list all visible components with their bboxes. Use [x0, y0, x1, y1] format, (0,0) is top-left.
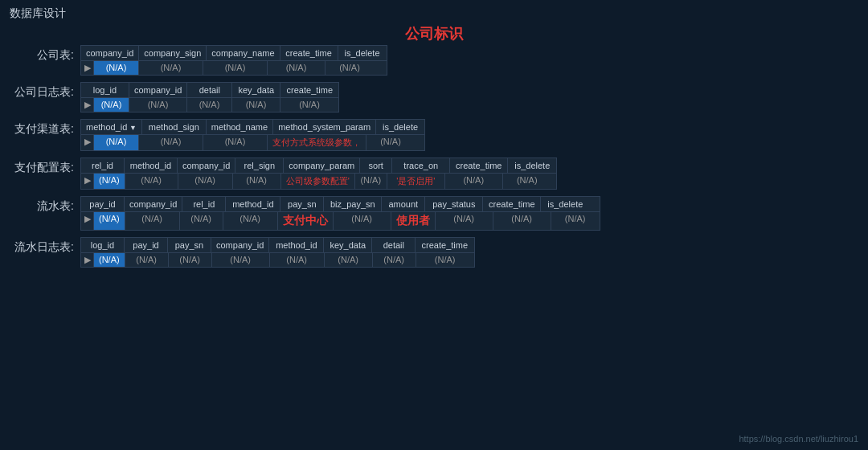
flow-table-row: 流水表: pay_id company_id rel_id method_id …: [8, 196, 860, 231]
flow-table-label: 流水表:: [8, 196, 80, 214]
flow-log-header: log_id pay_id pay_sn company_id method_i…: [81, 238, 474, 253]
arrow-cell: ▶: [81, 98, 94, 112]
col-pay_sn: pay_sn: [280, 197, 324, 211]
cell-pay_id: (N/A): [125, 253, 169, 267]
cell-company_name: (N/A): [203, 61, 268, 75]
cell-amount: 使用者: [391, 212, 436, 230]
cell-method_name: (N/A): [203, 135, 268, 150]
col-company_id: company_id: [125, 197, 182, 211]
flow-table-header: pay_id company_id rel_id method_id pay_s…: [81, 197, 600, 212]
col-is_delete: is_delete: [338, 46, 387, 60]
cell-company_id: (N/A): [125, 212, 180, 230]
cell-pay_sn: (N/A): [169, 253, 212, 267]
cell-log_id: (N/A): [94, 98, 129, 112]
cell-method_id: (N/A): [94, 135, 139, 150]
company-log-table-row: 公司日志表: log_id company_id detail key_data…: [8, 82, 860, 112]
col-is_delete: is_delete: [541, 197, 589, 211]
payment-config-table-row: 支付配置表: rel_id method_id company_id rel_s…: [8, 158, 860, 190]
cell-pay_id: (N/A): [94, 212, 125, 230]
cell-company_sign: (N/A): [139, 61, 203, 75]
company-table-label: 公司表:: [8, 45, 80, 63]
cell-method_id: (N/A): [270, 253, 325, 267]
arrow-cell: ▶: [81, 135, 94, 150]
col-create_time: create_time: [280, 83, 338, 97]
col-company_id: company_id: [211, 238, 269, 252]
payment-channel-table-row: 支付渠道表: method_id method_sign method_name…: [8, 119, 860, 151]
arrow-cell: ▶: [81, 174, 94, 189]
col-create_time: create_time: [280, 46, 338, 60]
col-is_delete: is_delete: [508, 158, 556, 173]
flow-table-wrapper: pay_id company_id rel_id method_id pay_s…: [80, 196, 600, 231]
col-rel_id: rel_id: [182, 197, 226, 211]
col-method_id: method_id: [226, 197, 280, 211]
col-company_sign: company_sign: [139, 46, 207, 60]
col-company_param: company_param: [284, 158, 360, 173]
col-log_id: log_id: [81, 238, 125, 252]
cell-create_time: (N/A): [280, 98, 338, 112]
cell-trace_on: '是否启用': [387, 174, 445, 189]
cell-company_id: (N/A): [129, 98, 187, 112]
col-company_id: company_id: [81, 46, 139, 60]
col-method_id: method_id: [269, 238, 324, 252]
payment-channel-header: method_id method_sign method_name method…: [81, 120, 424, 135]
cell-is_delete: (N/A): [366, 135, 415, 150]
col-company_id: company_id: [129, 83, 187, 97]
col-key_data: key_data: [232, 83, 280, 97]
cell-is_delete: (N/A): [551, 212, 600, 230]
col-pay_sn: pay_sn: [168, 238, 211, 252]
col-create_time: create_time: [416, 238, 473, 252]
arrow-cell: ▶: [81, 212, 94, 230]
cell-create_time: (N/A): [493, 212, 551, 230]
payment-channel-data: ▶ (N/A) (N/A) (N/A) 支付方式系统级参数， (N/A): [81, 135, 424, 150]
cell-sort: (N/A): [355, 174, 387, 189]
col-create_time: create_time: [450, 158, 508, 173]
arrow-cell: ▶: [81, 61, 94, 75]
cell-create_time: (N/A): [268, 61, 326, 75]
col-method_id: method_id: [81, 120, 142, 134]
flow-log-table: log_id pay_id pay_sn company_id method_i…: [80, 237, 475, 268]
cell-rel_id: (N/A): [180, 212, 223, 230]
cell-method_system_param: 支付方式系统级参数，: [268, 135, 366, 150]
watermark: https://blog.csdn.net/liuzhirou1: [739, 434, 858, 444]
cell-method_sign: (N/A): [139, 135, 203, 150]
section-label: 公司标识: [405, 24, 463, 43]
cell-key_data: (N/A): [325, 253, 373, 267]
col-company_name: company_name: [207, 46, 280, 60]
cell-company_id: (N/A): [94, 61, 139, 75]
cell-company_id: (N/A): [212, 253, 270, 267]
col-sort: sort: [360, 158, 392, 173]
col-pay_id: pay_id: [125, 238, 168, 252]
cell-is_delete: (N/A): [326, 61, 374, 75]
col-method_name: method_name: [207, 120, 273, 134]
payment-channel-table: method_id method_sign method_name method…: [80, 119, 425, 151]
company-log-header: log_id company_id detail key_data create…: [81, 83, 338, 98]
payment-config-table-label: 支付配置表:: [8, 158, 80, 175]
page-title: 数据库设计: [0, 0, 868, 24]
flow-log-table-label: 流水日志表:: [8, 237, 80, 255]
cell-key_data: (N/A): [232, 98, 280, 112]
col-rel_id: rel_id: [81, 158, 125, 173]
company-table: company_id company_sign company_name cre…: [80, 45, 387, 76]
cell-company_id: (N/A): [178, 174, 233, 189]
payment-channel-table-label: 支付渠道表:: [8, 119, 80, 137]
cell-is_delete: (N/A): [503, 174, 551, 189]
cell-method_id: (N/A): [223, 212, 278, 230]
company-table-data: ▶ (N/A) (N/A) (N/A) (N/A) (N/A): [81, 61, 387, 75]
col-key_data: key_data: [324, 238, 372, 252]
col-company_id: company_id: [178, 158, 235, 173]
company-table-row: 公司表: company_id company_sign company_nam…: [8, 45, 860, 76]
col-create_time: create_time: [483, 197, 541, 211]
cell-rel_sign: (N/A): [233, 174, 281, 189]
payment-config-table: rel_id method_id company_id rel_sign com…: [80, 158, 557, 190]
col-log_id: log_id: [81, 83, 129, 97]
flow-log-table-row: 流水日志表: log_id pay_id pay_sn company_id m…: [8, 237, 860, 268]
col-trace_on: trace_on: [392, 158, 450, 173]
col-pay_status: pay_status: [425, 197, 483, 211]
company-table-header: company_id company_sign company_name cre…: [81, 46, 387, 61]
cell-method_id: (N/A): [125, 174, 178, 189]
col-amount: amount: [382, 197, 425, 211]
company-log-data: ▶ (N/A) (N/A) (N/A) (N/A) (N/A): [81, 98, 338, 112]
col-pay_id: pay_id: [81, 197, 125, 211]
cell-detail: (N/A): [187, 98, 232, 112]
col-detail: detail: [187, 83, 232, 97]
